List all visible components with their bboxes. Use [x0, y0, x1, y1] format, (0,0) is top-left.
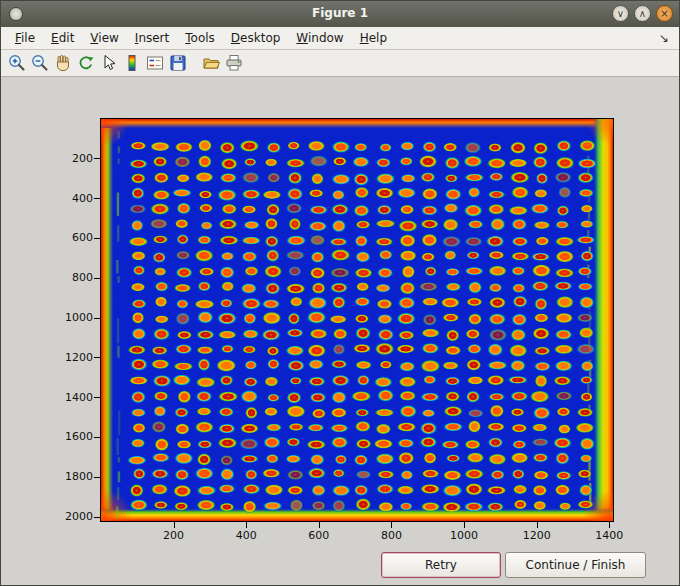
colorbar-icon	[122, 53, 142, 73]
chevron-up-icon: ∧	[639, 8, 646, 19]
maximize-button[interactable]: ∧	[634, 5, 651, 22]
menubar: File Edit View Insert Tools Desktop Wind…	[1, 27, 679, 50]
x-tick-mark	[246, 522, 247, 528]
titlebar[interactable]: Figure 1 ∨ ∧ ×	[1, 1, 679, 27]
figure-toolbar	[1, 50, 679, 77]
insert-legend-button[interactable]	[144, 52, 166, 74]
zoom-out-button[interactable]	[29, 52, 51, 74]
rotate-3d-button[interactable]	[75, 52, 97, 74]
microarray-image[interactable]	[101, 119, 613, 521]
menu-window[interactable]: Window	[288, 28, 351, 48]
print-figure-button[interactable]	[223, 52, 245, 74]
close-button[interactable]: ×	[656, 5, 673, 22]
colorbar-button[interactable]	[121, 52, 143, 74]
window-title: Figure 1	[1, 6, 679, 20]
menu-insert[interactable]: Insert	[127, 28, 177, 48]
y-tick-label: 2000	[1, 510, 93, 523]
y-tick-label: 1000	[1, 311, 93, 324]
x-tick-label: 1400	[587, 529, 631, 542]
hand-icon	[53, 53, 73, 73]
y-tick-mark	[94, 158, 100, 159]
rotate-icon	[76, 53, 96, 73]
legend-icon	[145, 53, 165, 73]
axes	[100, 118, 614, 522]
zoom-in-button[interactable]	[6, 52, 28, 74]
pan-button[interactable]	[52, 52, 74, 74]
y-tick-mark	[94, 238, 100, 239]
x-tick-mark	[391, 522, 392, 528]
menu-file[interactable]: File	[7, 28, 43, 48]
x-tick-mark	[464, 522, 465, 528]
save-figure-button[interactable]	[167, 52, 189, 74]
zoom-in-icon	[7, 53, 27, 73]
figure-content: Retry Continue / Finish 2004006008001000…	[1, 77, 680, 586]
open-file-button[interactable]	[200, 52, 222, 74]
chevron-down-icon: ∨	[617, 8, 624, 19]
window-controls: ∨ ∧ ×	[612, 5, 673, 22]
x-tick-mark	[537, 522, 538, 528]
data-cursor-button[interactable]	[98, 52, 120, 74]
y-tick-mark	[94, 357, 100, 358]
minimize-button[interactable]: ∨	[612, 5, 629, 22]
y-tick-mark	[94, 318, 100, 319]
menu-help[interactable]: Help	[352, 28, 395, 48]
continue-finish-button[interactable]: Continue / Finish	[505, 552, 646, 578]
menu-desktop[interactable]: Desktop	[223, 28, 289, 48]
x-tick-mark	[319, 522, 320, 528]
x-tick-label: 1000	[442, 529, 486, 542]
y-tick-label: 1600	[1, 430, 93, 443]
y-tick-mark	[94, 278, 100, 279]
x-tick-mark	[609, 522, 610, 528]
x-tick-label: 1200	[515, 529, 559, 542]
x-tick-label: 600	[297, 529, 341, 542]
retry-button[interactable]: Retry	[381, 552, 501, 578]
menu-tools[interactable]: Tools	[177, 28, 223, 48]
floppy-disk-icon	[168, 53, 188, 73]
y-tick-label: 400	[1, 192, 93, 205]
y-tick-label: 1800	[1, 470, 93, 483]
y-tick-mark	[94, 437, 100, 438]
zoom-out-icon	[30, 53, 50, 73]
menu-edit[interactable]: Edit	[43, 28, 82, 48]
x-tick-label: 400	[224, 529, 268, 542]
y-tick-mark	[94, 477, 100, 478]
y-tick-label: 800	[1, 271, 93, 284]
figure-window: Figure 1 ∨ ∧ × File Edit View Insert Too…	[0, 0, 680, 586]
x-tick-label: 200	[152, 529, 196, 542]
y-tick-label: 1200	[1, 351, 93, 364]
folder-icon	[201, 53, 221, 73]
x-tick-mark	[174, 522, 175, 528]
y-tick-mark	[94, 198, 100, 199]
y-tick-mark	[94, 517, 100, 518]
menu-view[interactable]: View	[82, 28, 126, 48]
printer-icon	[224, 53, 244, 73]
close-icon: ×	[660, 8, 668, 19]
y-tick-label: 1400	[1, 391, 93, 404]
x-tick-label: 800	[369, 529, 413, 542]
y-tick-label: 600	[1, 231, 93, 244]
dock-figure-icon[interactable]: ↘	[659, 31, 673, 45]
y-tick-mark	[94, 397, 100, 398]
y-tick-label: 200	[1, 152, 93, 165]
cursor-arrow-icon	[99, 53, 119, 73]
